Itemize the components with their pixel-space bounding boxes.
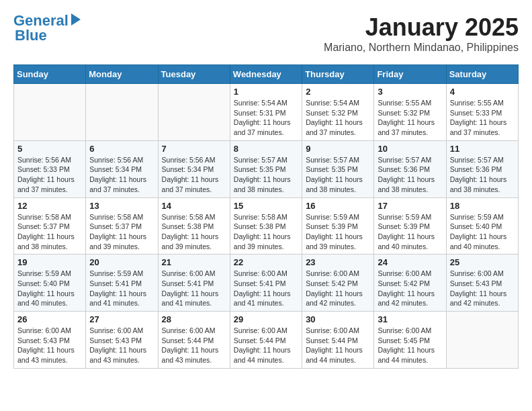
month-title: January 2025	[324, 13, 519, 42]
day-cell: 14Sunrise: 5:58 AM Sunset: 5:38 PM Dayli…	[158, 197, 230, 255]
day-info: Sunrise: 5:59 AM Sunset: 5:41 PM Dayligh…	[89, 269, 154, 308]
day-cell: 7Sunrise: 5:56 AM Sunset: 5:34 PM Daylig…	[158, 140, 230, 197]
day-cell: 10Sunrise: 5:57 AM Sunset: 5:36 PM Dayli…	[374, 140, 446, 197]
day-cell: 17Sunrise: 5:59 AM Sunset: 5:39 PM Dayli…	[374, 197, 446, 255]
day-number: 19	[17, 257, 82, 267]
day-number: 13	[89, 201, 154, 211]
day-cell	[86, 84, 158, 141]
day-info: Sunrise: 5:57 AM Sunset: 5:36 PM Dayligh…	[378, 155, 442, 195]
week-row-5: 26Sunrise: 6:00 AM Sunset: 5:43 PM Dayli…	[14, 312, 519, 369]
day-cell: 21Sunrise: 6:00 AM Sunset: 5:41 PM Dayli…	[158, 255, 230, 312]
logo-text: General	[13, 13, 69, 28]
day-number: 6	[89, 144, 154, 154]
day-cell: 26Sunrise: 6:00 AM Sunset: 5:43 PM Dayli…	[14, 312, 86, 369]
day-number: 20	[89, 257, 154, 267]
day-number: 11	[450, 144, 515, 154]
day-info: Sunrise: 6:00 AM Sunset: 5:41 PM Dayligh…	[234, 269, 298, 308]
weekday-header-sunday: Sunday	[14, 65, 86, 84]
logo-arrow-icon	[71, 13, 81, 26]
logo: General Blue	[13, 13, 81, 43]
day-cell: 6Sunrise: 5:56 AM Sunset: 5:34 PM Daylig…	[86, 140, 158, 197]
day-number: 30	[306, 314, 370, 324]
day-info: Sunrise: 5:54 AM Sunset: 5:32 PM Dayligh…	[306, 98, 370, 138]
week-row-4: 19Sunrise: 5:59 AM Sunset: 5:40 PM Dayli…	[14, 255, 519, 312]
day-cell	[446, 312, 518, 369]
day-cell: 30Sunrise: 6:00 AM Sunset: 5:44 PM Dayli…	[302, 312, 374, 369]
day-number: 3	[378, 87, 442, 97]
day-number: 26	[17, 314, 82, 324]
weekday-header-tuesday: Tuesday	[158, 65, 230, 84]
day-info: Sunrise: 5:57 AM Sunset: 5:35 PM Dayligh…	[306, 155, 370, 195]
day-info: Sunrise: 5:59 AM Sunset: 5:39 PM Dayligh…	[306, 212, 370, 252]
day-cell: 3Sunrise: 5:55 AM Sunset: 5:32 PM Daylig…	[374, 84, 446, 141]
day-cell: 31Sunrise: 6:00 AM Sunset: 5:45 PM Dayli…	[374, 312, 446, 369]
page-header: General Blue January 2025 Mariano, North…	[13, 13, 519, 54]
day-info: Sunrise: 6:00 AM Sunset: 5:45 PM Dayligh…	[378, 326, 442, 365]
title-block: January 2025 Mariano, Northern Mindanao,…	[324, 13, 519, 54]
day-cell: 2Sunrise: 5:54 AM Sunset: 5:32 PM Daylig…	[302, 84, 374, 141]
day-number: 29	[234, 314, 298, 324]
day-cell: 24Sunrise: 6:00 AM Sunset: 5:42 PM Dayli…	[374, 255, 446, 312]
day-number: 1	[234, 87, 298, 97]
day-cell: 28Sunrise: 6:00 AM Sunset: 5:44 PM Dayli…	[158, 312, 230, 369]
day-cell	[14, 84, 86, 141]
day-info: Sunrise: 6:00 AM Sunset: 5:42 PM Dayligh…	[378, 269, 442, 308]
day-info: Sunrise: 5:58 AM Sunset: 5:38 PM Dayligh…	[162, 212, 226, 252]
day-cell: 16Sunrise: 5:59 AM Sunset: 5:39 PM Dayli…	[302, 197, 374, 255]
day-cell: 25Sunrise: 6:00 AM Sunset: 5:43 PM Dayli…	[446, 255, 518, 312]
day-cell: 18Sunrise: 5:59 AM Sunset: 5:40 PM Dayli…	[446, 197, 518, 255]
day-cell: 20Sunrise: 5:59 AM Sunset: 5:41 PM Dayli…	[86, 255, 158, 312]
day-info: Sunrise: 6:00 AM Sunset: 5:42 PM Dayligh…	[306, 269, 370, 308]
day-info: Sunrise: 6:00 AM Sunset: 5:44 PM Dayligh…	[234, 326, 298, 365]
day-number: 17	[378, 201, 442, 211]
weekday-header-saturday: Saturday	[446, 65, 518, 84]
logo-blue-text: Blue	[15, 28, 47, 43]
day-cell: 27Sunrise: 6:00 AM Sunset: 5:43 PM Dayli…	[86, 312, 158, 369]
day-info: Sunrise: 5:58 AM Sunset: 5:37 PM Dayligh…	[17, 212, 82, 252]
day-cell: 8Sunrise: 5:57 AM Sunset: 5:35 PM Daylig…	[230, 140, 302, 197]
day-number: 22	[234, 257, 298, 267]
day-number: 5	[17, 144, 82, 154]
day-cell: 1Sunrise: 5:54 AM Sunset: 5:31 PM Daylig…	[230, 84, 302, 141]
day-cell: 9Sunrise: 5:57 AM Sunset: 5:35 PM Daylig…	[302, 140, 374, 197]
day-cell: 4Sunrise: 5:55 AM Sunset: 5:33 PM Daylig…	[446, 84, 518, 141]
day-number: 27	[89, 314, 154, 324]
day-cell: 23Sunrise: 6:00 AM Sunset: 5:42 PM Dayli…	[302, 255, 374, 312]
day-number: 23	[306, 257, 370, 267]
day-cell	[158, 84, 230, 141]
day-info: Sunrise: 6:00 AM Sunset: 5:41 PM Dayligh…	[162, 269, 226, 308]
day-cell: 13Sunrise: 5:58 AM Sunset: 5:37 PM Dayli…	[86, 197, 158, 255]
day-number: 4	[450, 87, 515, 97]
day-number: 2	[306, 87, 370, 97]
day-number: 31	[378, 314, 442, 324]
day-info: Sunrise: 6:00 AM Sunset: 5:44 PM Dayligh…	[306, 326, 370, 365]
day-cell: 19Sunrise: 5:59 AM Sunset: 5:40 PM Dayli…	[14, 255, 86, 312]
day-info: Sunrise: 5:56 AM Sunset: 5:33 PM Dayligh…	[17, 155, 82, 195]
day-cell: 11Sunrise: 5:57 AM Sunset: 5:36 PM Dayli…	[446, 140, 518, 197]
week-row-2: 5Sunrise: 5:56 AM Sunset: 5:33 PM Daylig…	[14, 140, 519, 197]
day-number: 28	[162, 314, 226, 324]
weekday-header-row: SundayMondayTuesdayWednesdayThursdayFrid…	[14, 65, 519, 84]
day-number: 12	[17, 201, 82, 211]
week-row-3: 12Sunrise: 5:58 AM Sunset: 5:37 PM Dayli…	[14, 197, 519, 255]
day-number: 18	[450, 201, 515, 211]
day-cell: 15Sunrise: 5:58 AM Sunset: 5:38 PM Dayli…	[230, 197, 302, 255]
day-info: Sunrise: 5:58 AM Sunset: 5:37 PM Dayligh…	[89, 212, 154, 252]
day-info: Sunrise: 6:00 AM Sunset: 5:43 PM Dayligh…	[89, 326, 154, 365]
day-info: Sunrise: 5:57 AM Sunset: 5:35 PM Dayligh…	[234, 155, 298, 195]
day-cell: 12Sunrise: 5:58 AM Sunset: 5:37 PM Dayli…	[14, 197, 86, 255]
day-info: Sunrise: 6:00 AM Sunset: 5:43 PM Dayligh…	[450, 269, 515, 308]
day-number: 8	[234, 144, 298, 154]
day-number: 15	[234, 201, 298, 211]
day-number: 9	[306, 144, 370, 154]
day-cell: 22Sunrise: 6:00 AM Sunset: 5:41 PM Dayli…	[230, 255, 302, 312]
day-number: 25	[450, 257, 515, 267]
day-info: Sunrise: 5:55 AM Sunset: 5:33 PM Dayligh…	[450, 98, 515, 138]
week-row-1: 1Sunrise: 5:54 AM Sunset: 5:31 PM Daylig…	[14, 84, 519, 141]
calendar-table: SundayMondayTuesdayWednesdayThursdayFrid…	[13, 64, 519, 369]
day-info: Sunrise: 5:54 AM Sunset: 5:31 PM Dayligh…	[234, 98, 298, 138]
day-number: 7	[162, 144, 226, 154]
day-info: Sunrise: 6:00 AM Sunset: 5:44 PM Dayligh…	[162, 326, 226, 365]
weekday-header-friday: Friday	[374, 65, 446, 84]
day-cell: 29Sunrise: 6:00 AM Sunset: 5:44 PM Dayli…	[230, 312, 302, 369]
